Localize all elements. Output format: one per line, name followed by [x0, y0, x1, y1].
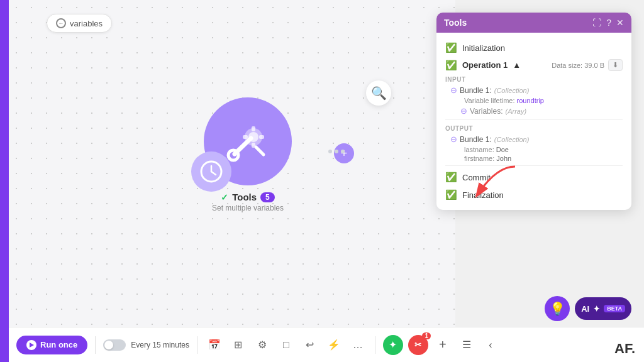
bundle1-output-row: ⊖ Bundle 1: (Collection): [450, 133, 623, 145]
connector-dots: [328, 150, 345, 153]
green-tool-button[interactable]: ✦: [383, 335, 403, 355]
panel-body: ✅ Initialization ✅ Operation 1 ▲ Data si…: [436, 33, 631, 210]
schedule-toggle-area[interactable]: Every 15 minutes: [103, 339, 189, 351]
operation-left: ✅ Operation 1 ▲: [445, 60, 521, 71]
run-once-button[interactable]: Run once: [16, 336, 87, 354]
ln-key: lastname:: [464, 146, 494, 153]
help-icon[interactable]: ?: [606, 18, 611, 28]
final-check-icon: ✅: [445, 189, 457, 200]
left-sidebar: [0, 0, 9, 362]
variables-label: variables: [70, 19, 103, 28]
dot-2: [335, 150, 338, 153]
divider-run: [95, 336, 96, 354]
operation-label: Operation 1: [462, 60, 508, 70]
finalization-label: Finalization: [462, 190, 504, 200]
bundle1-output-label: Bundle 1:: [460, 135, 492, 144]
more-icon-btn[interactable]: …: [348, 336, 367, 354]
fn-val: John: [496, 155, 511, 162]
add-node-button[interactable]: +: [334, 143, 354, 163]
bottom-toolbar: Run once Every 15 minutes 📅 ⊞ ⚙ □ ↩ ⚡ … …: [9, 327, 644, 362]
initialization-item[interactable]: ✅ Initialization: [445, 39, 623, 57]
operation-row[interactable]: ✅ Operation 1 ▲ Data size: 39.0 B ⬇: [445, 57, 623, 74]
square-icon: □: [283, 339, 289, 351]
grid-icon-btn[interactable]: ⊞: [229, 336, 248, 354]
search-button[interactable]: 🔍: [366, 80, 391, 106]
svg-rect-4: [243, 135, 248, 139]
operation-right: Data size: 39.0 B ⬇: [552, 59, 623, 71]
variables-button[interactable]: ← variables: [47, 14, 112, 33]
svg-rect-2: [252, 126, 255, 131]
grid-icon: ⊞: [234, 339, 242, 351]
schedule-switch[interactable]: [103, 339, 126, 351]
divider-schedule: [197, 336, 197, 354]
badge-count: 1: [422, 332, 431, 339]
af-watermark: AF.: [614, 341, 635, 357]
data-size-label: Data size: 39.0 B: [552, 62, 604, 69]
calendar-icon-btn[interactable]: 📅: [205, 336, 224, 354]
vars-val: (Array): [505, 107, 526, 115]
output-content: ⊖ Bundle 1: (Collection) lastname: Doe f…: [445, 133, 623, 163]
data-size-button[interactable]: ⬇: [608, 59, 623, 71]
bundle1-input-row: ⊖ Bundle 1: (Collection): [450, 84, 623, 96]
ai-label: AI: [581, 304, 589, 314]
input-section-label: INPUT: [445, 74, 623, 84]
panel-header-actions: ⛶ ? ✕: [592, 18, 624, 28]
expand-icon[interactable]: ⛶: [592, 18, 601, 28]
node-label-row: ✓ Tools 5: [221, 192, 275, 202]
tools-node[interactable]: ✓ Tools 5 Set multiple variables: [204, 97, 292, 212]
node-sublabel: Set multiple variables: [212, 204, 284, 212]
calendar-icon: 📅: [208, 339, 221, 351]
vars-key: Variables:: [470, 107, 502, 116]
tools-panel: Tools ⛶ ? ✕ ✅ Initialization ✅ Operation…: [436, 13, 631, 210]
gear-icon-btn[interactable]: ⚙: [253, 336, 272, 354]
bundle1-input-label: Bundle 1:: [460, 86, 492, 95]
vl-key: Variable lifetime:: [464, 97, 515, 104]
back-icon: ←: [56, 18, 66, 28]
panel-title: Tools: [444, 18, 467, 28]
panel-header: Tools ⛶ ? ✕: [436, 13, 631, 33]
ai-sparkle-icon: ✦: [593, 304, 600, 314]
firstname-row: firstname: John: [450, 154, 623, 163]
more-icon: …: [353, 339, 363, 351]
out-bundle-minus-icon: ⊖: [450, 134, 457, 144]
bundle1-output-type: (Collection): [494, 136, 530, 143]
run-icon: [26, 340, 36, 350]
square-icon-btn[interactable]: □: [277, 336, 296, 354]
commit-label: Commit: [462, 173, 491, 182]
node-badge: 5: [260, 192, 275, 202]
op-check-icon: ✅: [445, 60, 457, 71]
undo-icon-btn[interactable]: ↩: [301, 336, 319, 354]
variables-input-row: ⊖ Variables: (Array): [450, 105, 623, 117]
bottom-right-buttons: 💡 AI ✦ BETA: [545, 296, 631, 321]
ai-button[interactable]: AI ✦ BETA: [575, 297, 631, 320]
finalization-item[interactable]: ✅ Finalization: [445, 186, 623, 204]
ln-val: Doe: [496, 146, 509, 153]
scissors-icon: ✂: [414, 340, 421, 349]
undo-icon: ↩: [306, 339, 314, 351]
operation-arrow: ▲: [513, 60, 521, 70]
bulb-icon: 💡: [550, 301, 565, 316]
beta-badge: BETA: [604, 305, 625, 312]
lightning-icon-btn[interactable]: ⚡: [325, 336, 343, 354]
gear-icon: ⚙: [258, 339, 267, 351]
commit-check-icon: ✅: [445, 172, 457, 183]
red-badge-button[interactable]: ✂ 1: [408, 335, 428, 355]
canvas-area[interactable]: ← variables 🔍: [9, 0, 455, 362]
svg-line-8: [256, 147, 264, 155]
close-icon[interactable]: ✕: [616, 18, 624, 28]
toggle-knob: [104, 341, 113, 349]
chevron-left-icon-btn[interactable]: ‹: [481, 336, 500, 354]
lastname-row: lastname: Doe: [450, 145, 623, 154]
clock-svg: [199, 160, 223, 184]
lines-icon-btn[interactable]: ☰: [457, 336, 476, 354]
add-button[interactable]: +: [433, 336, 452, 354]
lightning-icon: ⚡: [328, 339, 340, 351]
green-tool-icon: ✦: [389, 339, 397, 351]
svg-line-11: [211, 172, 216, 175]
bulb-button[interactable]: 💡: [545, 296, 570, 321]
divider-2: [445, 165, 623, 166]
init-check-icon: ✅: [445, 42, 457, 53]
vars-minus-icon: ⊖: [460, 106, 467, 116]
commit-item[interactable]: ✅ Commit: [445, 168, 623, 186]
clock-icon: [191, 151, 231, 192]
